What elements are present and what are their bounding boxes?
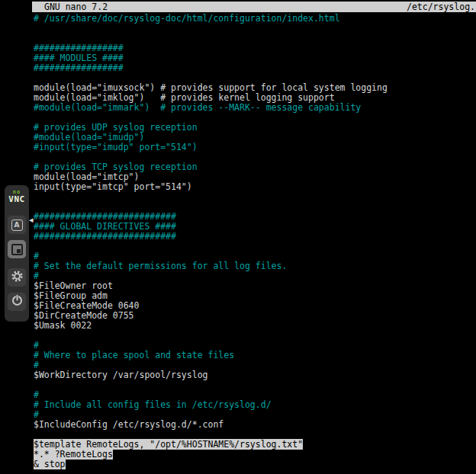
gear-icon: [11, 270, 24, 286]
keyboard-button[interactable]: A: [8, 216, 26, 234]
keyboard-a-icon: A: [11, 219, 23, 231]
terminal-line[interactable]: # Set the default permissions for all lo…: [34, 261, 476, 271]
terminal-line[interactable]: [34, 192, 476, 202]
terminal-lines[interactable]: # /usr/share/doc/rsyslog-doc/html/config…: [32, 12, 476, 469]
terminal-line[interactable]: # /usr/share/doc/rsyslog-doc/html/config…: [34, 14, 476, 24]
terminal-line[interactable]: $DirCreateMode 0755: [34, 311, 476, 321]
terminal-line[interactable]: [34, 331, 476, 341]
nano-app-title: GNU nano 7.2: [44, 2, 108, 12]
terminal-line[interactable]: *.* ?RemoteLogs: [34, 450, 476, 460]
terminal-line[interactable]: $Umask 0022: [34, 321, 476, 331]
selected-text: & stop: [34, 459, 66, 469]
novnc-logo-text: VNC: [8, 195, 24, 203]
terminal-line[interactable]: $WorkDirectory /var/spool/rsyslog: [34, 370, 476, 380]
terminal-line[interactable]: # Where to place spool and state files: [34, 351, 476, 360]
terminal-window: GNU nano 7.2 /etc/rsyslog. # /usr/share/…: [32, 0, 476, 474]
nano-file-path: /etc/rsyslog.: [407, 2, 475, 12]
settings-button[interactable]: [8, 268, 26, 287]
terminal-line[interactable]: #input(type="imudp" port="514"): [34, 143, 476, 152]
terminal-line[interactable]: ###########################: [34, 232, 476, 242]
terminal-line[interactable]: [34, 24, 476, 34]
fullscreen-icon: [11, 244, 23, 255]
control-bar-collapse-handle[interactable]: ◂: [29, 216, 34, 224]
novnc-logo: no VNC: [8, 190, 24, 203]
terminal-line[interactable]: $IncludeConfig /etc/rsyslog.d/*.conf: [34, 420, 476, 430]
terminal-line[interactable]: # Include all config files in /etc/rsysl…: [34, 400, 476, 410]
vnc-control-bar: no VNC A: [5, 185, 29, 322]
terminal-line[interactable]: [34, 242, 476, 251]
terminal-line[interactable]: #module(load="immark") # provides --MARK…: [34, 103, 476, 113]
terminal-line[interactable]: input(type="imtcp" port="514"): [34, 182, 476, 192]
disconnect-button[interactable]: [8, 293, 26, 311]
selected-text: $template RemoteLogs, "/opt/%HOSTNAME%/r…: [34, 439, 303, 450]
fullscreen-button[interactable]: [8, 240, 26, 258]
terminal-line[interactable]: & stop: [34, 460, 476, 469]
power-icon: [11, 295, 23, 309]
selected-text: *.* ?RemoteLogs: [34, 449, 113, 460]
terminal-line[interactable]: [34, 380, 476, 390]
terminal-line[interactable]: #################: [34, 63, 476, 73]
nano-title-bar: GNU nano 7.2 /etc/rsyslog.: [32, 2, 476, 12]
